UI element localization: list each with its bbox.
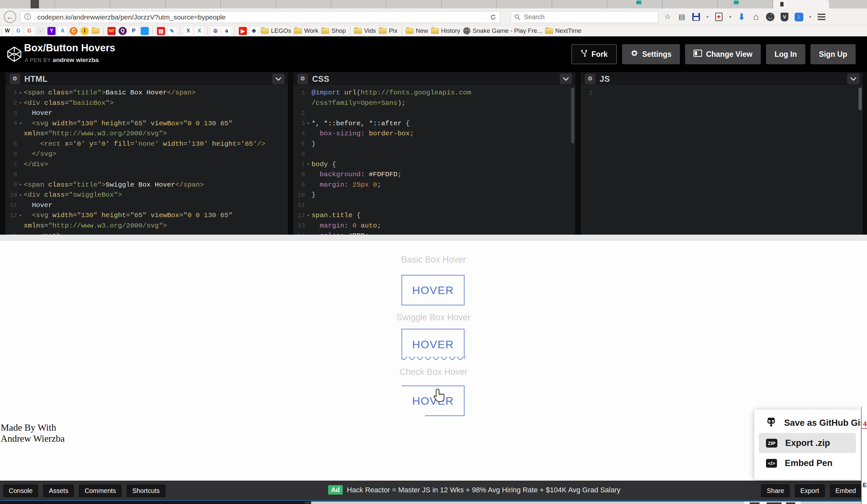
bookmark-folder-nexttime[interactable]: NextTime [545, 27, 581, 34]
bookmark-pen-tool-icon[interactable]: ✎ [168, 27, 176, 35]
bookmark-wikipedia-icon[interactable]: W [3, 27, 11, 35]
export-button[interactable]: Export [795, 484, 825, 497]
bookmark-folder-legos[interactable]: LEGOs [261, 27, 291, 34]
codepen-logo-icon[interactable] [7, 46, 21, 62]
css-collapse-chevron-icon[interactable] [560, 73, 572, 84]
fork-button[interactable]: Fork [571, 44, 617, 64]
home-icon[interactable]: ⌂ [751, 12, 761, 22]
search-input[interactable] [523, 13, 655, 21]
bookmark-yahoo-icon[interactable]: Y [47, 27, 55, 35]
fold-arrow-icon[interactable]: ▾ [305, 162, 311, 167]
url-input[interactable] [35, 13, 486, 21]
bookmark-google-2-icon[interactable]: G [25, 27, 33, 35]
pocket-icon[interactable] [714, 12, 724, 22]
save-dropdown-icon[interactable]: ▾ [706, 12, 709, 22]
bookmark-folder-work[interactable]: Work [294, 27, 318, 34]
bookmark-folder-pix[interactable]: Pix [379, 27, 397, 34]
bookmark-pdf-icon[interactable]: ▤ [157, 27, 165, 35]
bookmark-info-site-icon[interactable]: i [81, 27, 89, 35]
bookmark-amazon-icon[interactable]: a [223, 27, 231, 35]
fold-arrow-icon[interactable]: ▾ [17, 90, 24, 96]
footer-ad[interactable]: Ad Hack Reactor = Master JS in 12 Wks + … [328, 485, 620, 495]
back-button[interactable]: ← [4, 11, 16, 23]
folder-icon [406, 28, 414, 34]
js-settings-gear-icon[interactable]: ⚙ [585, 74, 596, 84]
shield-addon-icon[interactable]: V [780, 12, 789, 22]
fold-arrow-icon[interactable]: ▾ [17, 121, 24, 126]
css-settings-gear-icon[interactable]: ⚙ [297, 74, 308, 84]
basic-hover-box[interactable]: HOVER [402, 275, 464, 305]
bookmark-wells-fargo-icon[interactable]: WF [108, 27, 116, 35]
bookmark-c-site-icon[interactable]: C [69, 27, 78, 35]
log-in-button[interactable]: Log In [766, 44, 805, 64]
pocket-dropdown-icon[interactable]: ▾ [728, 12, 732, 22]
ad-text[interactable]: Hack Reactor = Master JS in 12 Wks + 98%… [347, 486, 620, 494]
bookmark-folder-new[interactable]: New [406, 27, 428, 34]
bookmark-paypal-icon[interactable]: P [130, 27, 138, 35]
fold-arrow-icon[interactable]: ▾ [17, 193, 24, 198]
css-scrollbar[interactable] [571, 88, 574, 143]
bookmark-a-site-icon[interactable]: A [58, 27, 67, 35]
bookmark-youtube-icon[interactable]: ▶ [239, 27, 247, 35]
browser-tab-strip[interactable] [0, 0, 867, 9]
js-collapse-chevron-icon[interactable] [847, 73, 859, 84]
html-settings-gear-icon[interactable]: ⚙ [9, 74, 20, 84]
bookmark-separator [103, 26, 104, 35]
bookmark-google-icon[interactable]: G [14, 27, 22, 35]
bookmark-x-site-2-icon[interactable]: X [195, 27, 203, 35]
fold-arrow-icon[interactable]: ▾ [305, 121, 311, 126]
pen-author-link[interactable]: andrew wierzba [53, 56, 99, 63]
js-scrollbar[interactable] [858, 88, 862, 110]
sign-up-button[interactable]: Sign Up [811, 44, 856, 64]
peace-favicon: ☮ [212, 27, 220, 35]
bookmark-blue-app-icon[interactable] [141, 27, 149, 35]
search-bar[interactable] [511, 11, 659, 23]
bookmark-folder-vids[interactable]: Vids [354, 27, 376, 34]
menu-item-embed-pen[interactable]: </>Embed Pen [754, 453, 860, 473]
bookmark-site[interactable]: Snake Game - Play Fre... [463, 27, 542, 34]
change-view-button[interactable]: Change View [685, 44, 761, 64]
taskbar-edge[interactable] [0, 500, 867, 504]
bookmark-plus-app-icon[interactable]: ✚ [250, 27, 258, 35]
html-code-area[interactable]: 1▾<span class="title">Basic Box Hover</s… [6, 86, 288, 234]
save-session-icon[interactable] [691, 12, 701, 22]
chat-addon-icon[interactable]: ◡̈ [765, 12, 775, 22]
menu-item-save-as-github-gist[interactable]: Save as GitHub Gist [754, 413, 860, 433]
bookmark-folder-history[interactable]: History [431, 27, 460, 34]
embed-button[interactable]: Embed [830, 484, 861, 497]
menu-item-export-zip[interactable]: ZIPExport .zip [759, 433, 856, 453]
reload-icon[interactable] [486, 14, 500, 21]
background-text-smudge [767, 502, 782, 504]
sync-dropdown-icon[interactable]: ▾ [808, 12, 812, 22]
html-collapse-chevron-icon[interactable] [272, 73, 285, 84]
fold-arrow-icon[interactable]: ▾ [17, 100, 24, 106]
bookmark-folder-shop[interactable]: Shop [321, 27, 346, 34]
url-bar[interactable] [20, 11, 500, 23]
active-tab[interactable] [773, 0, 829, 9]
comments-button[interactable]: Comments [79, 484, 121, 497]
site-info-icon[interactable] [20, 13, 35, 21]
bookmark-x-site-icon[interactable]: X [184, 27, 192, 35]
bookmark-peace-icon[interactable]: ☮ [212, 27, 220, 35]
editor-preview-resizer[interactable] [0, 234, 867, 240]
css-code-area[interactable]: 1@import url(http://fonts.googleapis.com… [293, 86, 575, 234]
fold-arrow-icon[interactable]: ▾ [305, 213, 311, 218]
fold-arrow-icon[interactable]: ▾ [17, 213, 24, 218]
line-number: 10 [293, 191, 305, 199]
console-button[interactable]: Console [3, 484, 38, 497]
swiggle-hover-box[interactable]: HOVER [402, 329, 464, 359]
fold-arrow-icon[interactable]: ▾ [17, 182, 24, 187]
downloads-icon[interactable]: ⬇ [737, 12, 747, 22]
share-button[interactable]: Share [761, 484, 789, 497]
bookmark-star-icon[interactable]: ☆ [663, 12, 672, 22]
settings-button[interactable]: Settings [622, 44, 680, 64]
shortcuts-button[interactable]: Shortcuts [127, 484, 165, 497]
menu-hamburger-icon[interactable] [817, 12, 826, 22]
bookmark-q-site-icon[interactable]: Q [119, 27, 127, 35]
reading-list-icon[interactable]: ▤ [677, 12, 687, 22]
sync-addon-icon[interactable]: ↓ [794, 12, 804, 22]
assets-button[interactable]: Assets [43, 484, 74, 497]
bookmark-folder-unnamed[interactable] [92, 28, 99, 34]
bookmark-generic-page-icon[interactable]: - [36, 27, 44, 35]
js-code-area[interactable]: 1 [581, 86, 863, 234]
